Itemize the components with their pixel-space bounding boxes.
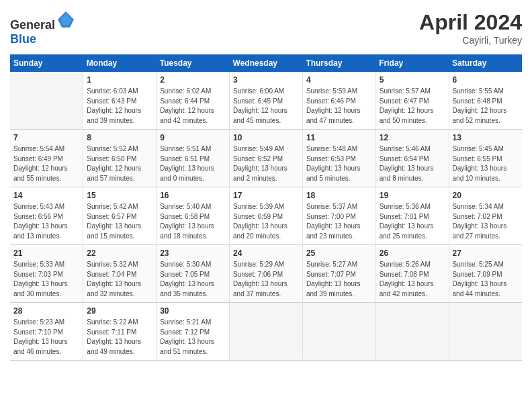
day-number: 13 xyxy=(453,133,519,142)
daylight: Daylight: 12 hours and 55 minutes. xyxy=(13,165,68,182)
sunrise: Sunrise: 5:21 AM xyxy=(160,318,211,326)
day-info: Sunrise: 5:59 AMSunset: 6:46 PMDaylight:… xyxy=(306,87,372,126)
day-info: Sunrise: 5:51 AMSunset: 6:51 PMDaylight:… xyxy=(160,144,226,183)
calendar-week-1: 1Sunrise: 6:03 AMSunset: 6:43 PMDaylight… xyxy=(10,72,522,130)
calendar-cell xyxy=(302,303,375,361)
calendar-week-2: 7Sunrise: 5:54 AMSunset: 6:49 PMDaylight… xyxy=(10,130,522,187)
calendar-cell: 20Sunrise: 5:34 AMSunset: 7:02 PMDayligh… xyxy=(449,187,522,245)
day-info: Sunrise: 5:26 AMSunset: 7:08 PMDaylight:… xyxy=(380,260,445,299)
daylight: Daylight: 13 hours and 30 minutes. xyxy=(13,280,68,298)
sunrise: Sunrise: 5:25 AM xyxy=(453,261,504,268)
day-number: 27 xyxy=(453,248,519,258)
daylight: Daylight: 13 hours and 32 minutes. xyxy=(87,280,141,298)
daylight: Daylight: 13 hours and 8 minutes. xyxy=(380,165,434,182)
daylight: Daylight: 13 hours and 25 minutes. xyxy=(380,222,434,240)
daylight: Daylight: 13 hours and 15 minutes. xyxy=(87,222,141,240)
weekday-header-tuesday: Tuesday xyxy=(157,54,230,72)
sunrise: Sunrise: 5:43 AM xyxy=(13,203,64,210)
day-number: 5 xyxy=(380,75,445,85)
daylight: Daylight: 13 hours and 5 minutes. xyxy=(306,165,361,182)
day-number: 8 xyxy=(87,133,152,142)
sunset: Sunset: 7:08 PM xyxy=(380,271,429,278)
sunset: Sunset: 6:45 PM xyxy=(233,97,283,105)
calendar-cell: 26Sunrise: 5:26 AMSunset: 7:08 PMDayligh… xyxy=(375,245,449,303)
sunset: Sunset: 7:09 PM xyxy=(453,271,502,278)
sunrise: Sunrise: 5:27 AM xyxy=(306,261,357,268)
page-header: General Blue April 2024 Cayirli, Turkey xyxy=(10,10,522,46)
day-number: 30 xyxy=(160,306,226,316)
daylight: Daylight: 13 hours and 39 minutes. xyxy=(306,280,361,298)
calendar-cell: 17Sunrise: 5:39 AMSunset: 6:59 PMDayligh… xyxy=(230,187,303,245)
day-number: 2 xyxy=(160,75,226,85)
day-info: Sunrise: 5:22 AMSunset: 7:11 PMDaylight:… xyxy=(87,318,152,357)
day-number: 9 xyxy=(160,133,226,142)
day-info: Sunrise: 5:25 AMSunset: 7:09 PMDaylight:… xyxy=(453,260,519,299)
sunset: Sunset: 6:49 PM xyxy=(13,155,63,163)
day-number: 12 xyxy=(380,133,445,142)
calendar-cell: 10Sunrise: 5:49 AMSunset: 6:52 PMDayligh… xyxy=(230,130,303,187)
daylight: Daylight: 13 hours and 49 minutes. xyxy=(87,338,141,355)
day-number: 1 xyxy=(87,75,152,85)
sunrise: Sunrise: 5:54 AM xyxy=(13,145,64,152)
daylight: Daylight: 12 hours and 52 minutes. xyxy=(453,107,507,124)
sunset: Sunset: 7:12 PM xyxy=(160,328,210,336)
daylight: Daylight: 13 hours and 10 minutes. xyxy=(453,165,507,182)
day-number: 7 xyxy=(13,133,79,142)
daylight: Daylight: 12 hours and 39 minutes. xyxy=(87,107,141,124)
daylight: Daylight: 13 hours and 18 minutes. xyxy=(160,222,214,240)
logo-general: General xyxy=(10,18,55,32)
sunset: Sunset: 7:07 PM xyxy=(306,271,356,278)
sunrise: Sunrise: 5:34 AM xyxy=(453,203,504,210)
sunset: Sunset: 7:05 PM xyxy=(160,271,210,278)
daylight: Daylight: 13 hours and 27 minutes. xyxy=(453,222,507,240)
daylight: Daylight: 12 hours and 50 minutes. xyxy=(380,107,434,124)
weekday-header-saturday: Saturday xyxy=(449,54,522,72)
day-number: 20 xyxy=(453,191,519,200)
daylight: Daylight: 13 hours and 46 minutes. xyxy=(13,338,68,355)
sunset: Sunset: 6:54 PM xyxy=(380,155,429,163)
sunrise: Sunrise: 5:52 AM xyxy=(87,145,138,152)
day-info: Sunrise: 5:27 AMSunset: 7:07 PMDaylight:… xyxy=(306,260,372,299)
sunrise: Sunrise: 5:46 AM xyxy=(380,145,431,152)
sunset: Sunset: 7:01 PM xyxy=(380,213,429,220)
calendar-cell xyxy=(449,303,522,361)
daylight: Daylight: 12 hours and 57 minutes. xyxy=(87,165,141,182)
calendar-cell: 18Sunrise: 5:37 AMSunset: 7:00 PMDayligh… xyxy=(302,187,375,245)
day-info: Sunrise: 5:30 AMSunset: 7:05 PMDaylight:… xyxy=(160,260,226,299)
month-title: April 2024 xyxy=(419,10,522,35)
calendar-cell: 5Sunrise: 5:57 AMSunset: 6:47 PMDaylight… xyxy=(375,72,449,130)
sunrise: Sunrise: 5:29 AM xyxy=(233,261,284,268)
daylight: Daylight: 13 hours and 13 minutes. xyxy=(13,222,68,240)
sunrise: Sunrise: 5:51 AM xyxy=(160,145,211,152)
sunset: Sunset: 6:43 PM xyxy=(87,97,136,105)
day-info: Sunrise: 5:33 AMSunset: 7:03 PMDaylight:… xyxy=(13,260,79,299)
daylight: Daylight: 12 hours and 45 minutes. xyxy=(233,107,287,124)
day-info: Sunrise: 5:39 AMSunset: 6:59 PMDaylight:… xyxy=(233,202,299,241)
day-number: 6 xyxy=(453,75,519,85)
sunrise: Sunrise: 5:32 AM xyxy=(87,261,138,268)
day-number: 4 xyxy=(306,75,372,85)
sunset: Sunset: 6:46 PM xyxy=(306,97,356,105)
day-number: 29 xyxy=(87,306,152,316)
sunset: Sunset: 6:56 PM xyxy=(13,213,63,220)
calendar-cell: 8Sunrise: 5:52 AMSunset: 6:50 PMDaylight… xyxy=(83,130,157,187)
calendar-cell: 27Sunrise: 5:25 AMSunset: 7:09 PMDayligh… xyxy=(449,245,522,303)
sunrise: Sunrise: 5:36 AM xyxy=(380,203,431,210)
day-number: 17 xyxy=(233,191,299,200)
day-number: 18 xyxy=(306,191,372,200)
calendar-cell: 15Sunrise: 5:42 AMSunset: 6:57 PMDayligh… xyxy=(83,187,157,245)
calendar-cell: 3Sunrise: 6:00 AMSunset: 6:45 PMDaylight… xyxy=(230,72,303,130)
sunset: Sunset: 6:44 PM xyxy=(160,97,210,105)
daylight: Daylight: 13 hours and 37 minutes. xyxy=(233,280,287,298)
weekday-header-wednesday: Wednesday xyxy=(230,54,303,72)
sunrise: Sunrise: 5:26 AM xyxy=(380,261,431,268)
sunrise: Sunrise: 6:02 AM xyxy=(160,87,211,95)
sunrise: Sunrise: 5:57 AM xyxy=(380,87,431,95)
day-number: 23 xyxy=(160,248,226,258)
logo-text: General Blue xyxy=(10,10,75,46)
sunrise: Sunrise: 5:37 AM xyxy=(306,203,357,210)
day-info: Sunrise: 5:55 AMSunset: 6:48 PMDaylight:… xyxy=(453,87,519,126)
sunrise: Sunrise: 5:30 AM xyxy=(160,261,211,268)
sunrise: Sunrise: 5:33 AM xyxy=(13,261,64,268)
sunset: Sunset: 6:48 PM xyxy=(453,97,502,105)
